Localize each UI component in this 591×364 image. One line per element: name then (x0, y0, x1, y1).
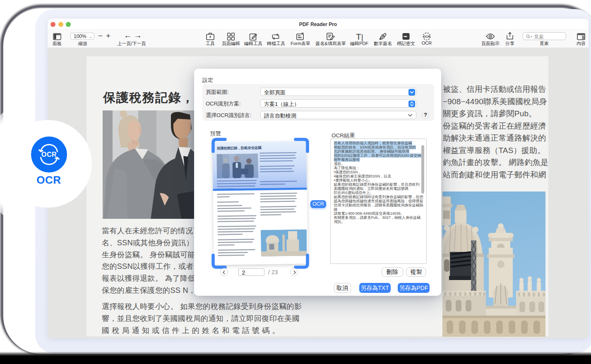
svg-text:OCR: OCR (41, 151, 56, 158)
svg-text:OCR: OCR (423, 35, 430, 38)
